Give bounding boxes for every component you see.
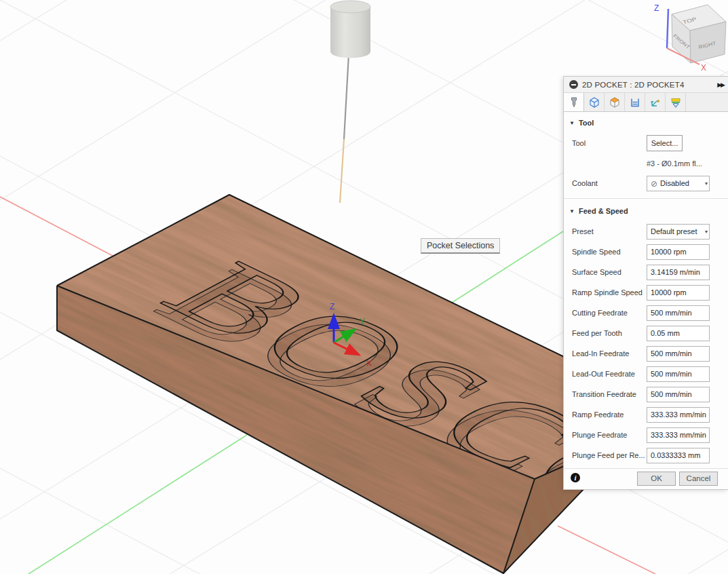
triad-z-label: Z	[330, 302, 334, 311]
triad-x-label: X	[366, 359, 372, 368]
surface-speed-input[interactable]: 3.14159 m/min	[647, 265, 710, 280]
transition-feedrate-label: Transition Feedrate	[572, 389, 636, 400]
chevron-down-icon: ▾	[705, 225, 708, 239]
fusion360-cam-viewport: BOSCO BOSCO Z Y X TOP FRONT R	[0, 0, 728, 574]
tab-heights[interactable]	[605, 93, 625, 111]
tab-passes[interactable]	[625, 93, 645, 111]
ramp-spindle-speed-label: Ramp Spindle Speed	[572, 288, 643, 298]
pocket-selections-tooltip[interactable]: Pocket Selections	[421, 238, 500, 254]
lead-in-feedrate-input[interactable]: 500 mm/min	[647, 346, 710, 362]
section-tool-label: Tool	[579, 119, 594, 127]
info-icon[interactable]: i	[571, 473, 580, 482]
plunge-feed-per-rev-label: Plunge Feed per Re...	[572, 451, 645, 461]
plunge-feed-per-rev-input[interactable]: 0.0333333 mm	[647, 448, 710, 463]
2d-pocket-dialog: 2D POCKET : 2D POCKET4 ▶▶	[563, 76, 728, 490]
coolant-disabled-icon: ⊘	[651, 180, 657, 188]
section-divider	[564, 198, 728, 199]
coolant-dropdown[interactable]: ⊘ Disabled ▾	[647, 176, 710, 191]
tool-holder-top	[330, 1, 370, 13]
preset-value: Default preset	[651, 225, 697, 239]
coolant-label: Coolant	[572, 178, 598, 189]
tab-linking[interactable]	[645, 93, 666, 111]
linking-icon	[649, 96, 662, 109]
cancel-button[interactable]: Cancel	[679, 472, 718, 486]
tab-tool[interactable]	[564, 93, 584, 111]
dialog-title: 2D POCKET : 2D POCKET4	[582, 81, 685, 89]
lead-in-feedrate-label: Lead-In Feedrate	[572, 349, 629, 359]
heights-cube-icon	[609, 96, 621, 109]
lead-out-feedrate-input[interactable]: 500 mm/min	[647, 366, 710, 382]
rollup-icon[interactable]: ▶▶	[717, 81, 724, 88]
tool-label: Tool	[572, 138, 586, 149]
passes-icon	[629, 96, 641, 109]
preset-dropdown[interactable]: Default preset ▾	[647, 224, 710, 240]
tool-name-text: #3 - Ø0.1mm fl...	[647, 159, 702, 168]
collapse-triangle-icon: ▼	[569, 120, 575, 126]
footer-divider	[564, 468, 728, 469]
tab-geometry[interactable]	[584, 93, 605, 111]
tool-holder-body	[330, 7, 370, 58]
preset-label: Preset	[572, 227, 594, 237]
dialog-tabbar	[564, 93, 728, 112]
pocket-feature-icon	[670, 96, 682, 109]
geometry-cube-icon	[588, 96, 600, 109]
ok-button[interactable]: OK	[637, 472, 676, 486]
cutting-feedrate-label: Cutting Feedrate	[572, 308, 628, 318]
section-tool[interactable]: ▼ Tool	[569, 117, 594, 128]
coolant-value: Disabled	[660, 176, 689, 191]
collapse-triangle-icon: ▼	[569, 208, 575, 214]
plunge-feedrate-input[interactable]: 333.333 mm/min	[647, 427, 710, 443]
triad-y-label: Y	[360, 317, 365, 326]
tab-feature[interactable]	[666, 93, 686, 111]
viewcube-x-label: X	[701, 63, 706, 73]
surface-speed-label: Surface Speed	[572, 267, 621, 278]
spindle-speed-input[interactable]: 10000 rpm	[647, 244, 710, 260]
operation-badge-icon	[569, 80, 578, 89]
section-feed-speed[interactable]: ▼ Feed & Speed	[569, 206, 628, 216]
viewcube-z-label: Z	[654, 3, 659, 13]
feed-per-tooth-input[interactable]: 0.05 mm	[647, 326, 710, 341]
ramp-feedrate-input[interactable]: 333.333 mm/min	[647, 407, 710, 423]
tool-select-button[interactable]: Select...	[647, 135, 683, 151]
dialog-header[interactable]: 2D POCKET : 2D POCKET4 ▶▶	[564, 77, 728, 93]
ramp-spindle-speed-input[interactable]: 10000 rpm	[647, 285, 710, 301]
feed-per-tooth-label: Feed per Tooth	[572, 328, 622, 339]
cutting-feedrate-input[interactable]: 500 mm/min	[647, 305, 710, 321]
chevron-down-icon: ▾	[705, 176, 708, 191]
section-feed-speed-label: Feed & Speed	[579, 207, 628, 215]
plunge-feedrate-label: Plunge Feedrate	[572, 430, 627, 440]
transition-feedrate-input[interactable]: 500 mm/min	[647, 387, 710, 402]
tool-bit-icon	[568, 96, 580, 109]
ramp-feedrate-label: Ramp Feedrate	[572, 410, 624, 420]
spindle-speed-label: Spindle Speed	[572, 247, 621, 257]
lead-out-feedrate-label: Lead-Out Feedrate	[572, 369, 635, 379]
